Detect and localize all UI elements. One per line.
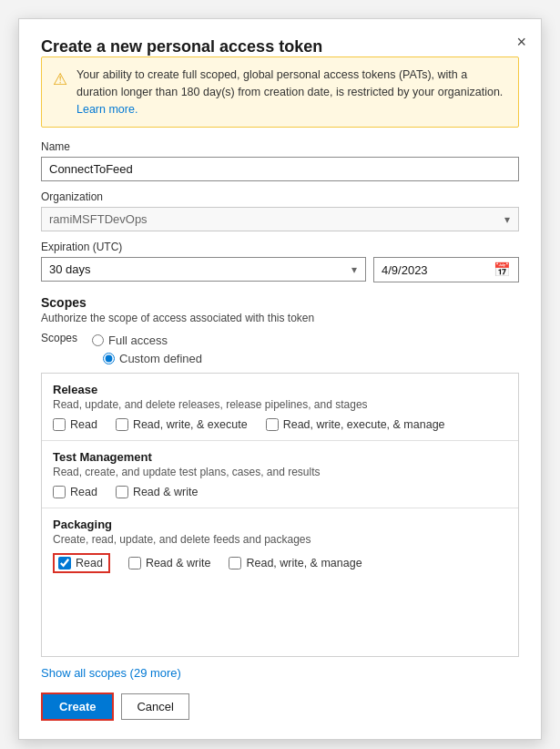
packaging-full-label[interactable]: Read, write, & manage <box>229 557 361 569</box>
name-label: Name <box>41 140 519 153</box>
close-button[interactable]: × <box>516 34 526 50</box>
date-input[interactable] <box>382 263 488 277</box>
release-read-label[interactable]: Read <box>53 418 97 431</box>
release-readwrite-label[interactable]: Read, write, & execute <box>116 418 248 431</box>
release-full-text: Read, write, execute, & manage <box>283 418 445 431</box>
organization-select-wrapper: ramiMSFTDevOps ▾ <box>41 207 519 231</box>
custom-defined-row: Custom defined <box>103 352 519 365</box>
calendar-icon[interactable]: 📅 <box>494 262 511 278</box>
show-scopes-count: (29 more) <box>130 666 181 680</box>
custom-defined-radio-label[interactable]: Custom defined <box>103 352 202 365</box>
warning-text: Your ability to create full scoped, glob… <box>76 67 507 118</box>
learn-more-link[interactable]: Learn more. <box>76 103 137 116</box>
packaging-checkbox-row: Read Read & write Read, write, & manage <box>53 553 507 573</box>
warning-icon: ⚠ <box>53 67 67 118</box>
packaging-title: Packaging <box>53 518 507 531</box>
test-management-title: Test Management <box>53 450 507 464</box>
organization-label: Organization <box>41 190 519 203</box>
full-access-radio[interactable] <box>92 334 104 346</box>
test-management-desc: Read, create, and update test plans, cas… <box>53 466 507 478</box>
organization-select[interactable]: ramiMSFTDevOps <box>41 207 519 231</box>
release-read-text: Read <box>70 418 97 431</box>
expiration-field-container: Expiration (UTC) 30 days 60 days 90 days… <box>41 241 519 282</box>
release-checkbox-row: Read Read, write, & execute Read, write,… <box>53 418 507 431</box>
test-readwrite-text: Read & write <box>133 486 199 498</box>
create-pat-dialog: Create a new personal access token × ⚠ Y… <box>18 18 542 740</box>
scopes-scroll-container[interactable]: Release Read, update, and delete release… <box>42 374 518 656</box>
test-read-label[interactable]: Read <box>53 486 97 498</box>
test-readwrite-checkbox[interactable] <box>116 486 128 498</box>
custom-defined-label: Custom defined <box>119 352 202 365</box>
release-section: Release Read, update, and delete release… <box>42 374 518 441</box>
release-full-label[interactable]: Read, write, execute, & manage <box>266 418 445 431</box>
packaging-full-text: Read, write, & manage <box>246 557 361 569</box>
packaging-readwrite-checkbox[interactable] <box>128 557 141 569</box>
scopes-radio-label: Scopes <box>41 332 77 344</box>
expiration-label: Expiration (UTC) <box>41 241 519 253</box>
expiry-select-wrap: 30 days 60 days 90 days 180 days Custom … <box>41 257 366 282</box>
scopes-area: Release Read, update, and delete release… <box>41 373 519 657</box>
test-readwrite-label[interactable]: Read & write <box>116 486 199 498</box>
cancel-button[interactable]: Cancel <box>121 693 188 720</box>
scopes-desc: Authorize the scope of access associated… <box>41 312 519 324</box>
show-scopes-row: Show all scopes (29 more) <box>41 657 519 680</box>
scopes-title: Scopes <box>41 295 519 310</box>
full-access-radio-label[interactable]: Full access <box>92 333 168 347</box>
packaging-full-checkbox[interactable] <box>229 557 241 569</box>
packaging-read-text: Read <box>76 557 103 569</box>
actions-row: Create Cancel <box>41 693 519 721</box>
expiry-row: 30 days 60 days 90 days 180 days Custom … <box>41 257 519 282</box>
packaging-readwrite-text: Read & write <box>146 557 211 569</box>
expiry-select[interactable]: 30 days 60 days 90 days 180 days Custom … <box>41 257 366 282</box>
dialog-title: Create a new personal access token <box>41 37 322 56</box>
show-scopes-label: Show all scopes <box>41 666 127 680</box>
release-desc: Read, update, and delete releases, relea… <box>53 398 507 411</box>
scopes-section: Scopes Authorize the scope of access ass… <box>41 295 519 365</box>
test-management-checkbox-row: Read Read & write <box>53 486 507 498</box>
test-read-checkbox[interactable] <box>53 486 66 498</box>
packaging-read-label[interactable]: Read <box>53 553 110 573</box>
packaging-section: Packaging Create, read, update, and dele… <box>42 508 518 582</box>
organization-field-container: Organization ramiMSFTDevOps ▾ <box>41 190 519 231</box>
packaging-readwrite-label[interactable]: Read & write <box>128 557 211 569</box>
warning-box: ⚠ Your ability to create full scoped, gl… <box>41 56 519 128</box>
release-readwrite-text: Read, write, & execute <box>133 418 248 431</box>
scopes-radio-row: Scopes Full access <box>41 332 519 348</box>
test-read-text: Read <box>70 486 97 498</box>
test-management-section: Test Management Read, create, and update… <box>42 441 518 508</box>
packaging-read-checkbox[interactable] <box>58 557 71 569</box>
custom-defined-radio[interactable] <box>103 353 115 364</box>
release-title: Release <box>53 383 507 396</box>
name-field-container: Name <box>41 140 519 190</box>
release-readwrite-checkbox[interactable] <box>116 418 128 431</box>
date-input-wrap: 📅 <box>373 257 519 282</box>
show-all-scopes-link[interactable]: Show all scopes (29 more) <box>41 666 181 680</box>
release-read-checkbox[interactable] <box>53 418 66 431</box>
packaging-desc: Create, read, update, and delete feeds a… <box>53 533 507 546</box>
release-full-checkbox[interactable] <box>266 418 279 431</box>
create-button[interactable]: Create <box>41 693 114 721</box>
full-access-label: Full access <box>108 333 168 347</box>
name-input[interactable] <box>41 157 519 181</box>
